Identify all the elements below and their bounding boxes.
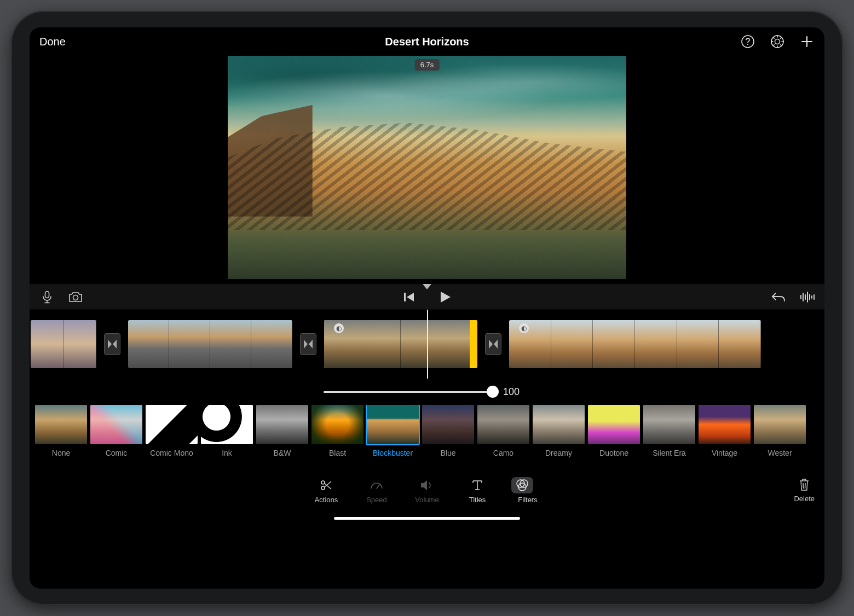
undo-icon[interactable] (771, 289, 786, 305)
svg-line-49 (805, 483, 806, 489)
filter-duotone[interactable]: Duotone (588, 405, 640, 457)
home-indicator[interactable] (334, 517, 520, 520)
clip-duration-badge: 6.7s (415, 59, 440, 71)
timeline-clip[interactable] (31, 320, 96, 368)
svg-line-48 (803, 483, 804, 489)
filter-label: Wester (754, 449, 806, 457)
filter-label: B&W (256, 449, 308, 457)
intensity-value: 100 (503, 386, 530, 398)
timeline-section: ◐ ◐ (30, 284, 824, 379)
title-t-icon (461, 477, 494, 493)
filter-bw[interactable]: B&W (256, 405, 308, 457)
filter-label: Comic Mono (146, 449, 198, 457)
playhead-line (427, 310, 428, 379)
tool-label: Titles (461, 496, 494, 504)
volume-tool: Volume (411, 477, 443, 504)
filter-label: Blue (422, 449, 474, 457)
svg-marker-19 (407, 293, 414, 301)
tool-label: Speed (360, 496, 393, 504)
filter-vintage[interactable]: Vintage (699, 405, 751, 457)
svg-marker-20 (441, 292, 451, 303)
svg-marker-29 (113, 340, 117, 348)
filter-label: Silent Era (643, 449, 695, 457)
filter-none[interactable]: None (35, 405, 87, 457)
filters-strip[interactable]: None Comic Comic Mono Ink B&W Blast (30, 405, 824, 474)
filter-blast[interactable]: Blast (311, 405, 363, 457)
scissors-icon (310, 477, 343, 493)
help-icon[interactable] (740, 34, 755, 49)
filter-label: Duotone (588, 449, 640, 457)
svg-marker-30 (304, 340, 308, 348)
actions-tool[interactable]: Actions (310, 477, 343, 504)
filter-intensity-row: 100 (30, 379, 824, 405)
svg-rect-18 (404, 293, 406, 301)
play-icon[interactable] (437, 289, 453, 305)
done-button[interactable]: Done (39, 36, 66, 48)
slider-thumb[interactable] (487, 386, 499, 398)
svg-line-11 (781, 37, 782, 38)
tool-label: Delete (794, 495, 815, 503)
svg-marker-32 (489, 340, 493, 348)
speedometer-icon (360, 477, 393, 493)
timeline-clip-selected[interactable]: ◐ (324, 320, 477, 368)
svg-line-8 (773, 37, 774, 38)
filter-label: Camo (477, 449, 529, 457)
transition-icon[interactable] (485, 333, 501, 355)
filter-label: Blast (311, 449, 363, 457)
bottom-toolbar: Actions Speed (30, 474, 824, 523)
timeline-clip[interactable] (128, 320, 292, 368)
titles-tool[interactable]: Titles (461, 477, 494, 504)
timeline[interactable]: ◐ ◐ (30, 310, 824, 379)
svg-marker-39 (421, 480, 427, 490)
skip-to-start-icon[interactable] (401, 289, 417, 305)
transport-row (30, 284, 824, 310)
ken-burns-icon: ◐ (334, 323, 344, 333)
filter-comic[interactable]: Comic (90, 405, 142, 457)
svg-line-38 (377, 485, 379, 489)
filter-label: Comic (90, 449, 142, 457)
filter-label: Vintage (699, 449, 751, 457)
svg-point-3 (775, 39, 780, 44)
transition-icon[interactable] (300, 333, 316, 355)
filter-label: Ink (201, 449, 253, 457)
filter-blockbuster[interactable]: Blockbuster (367, 405, 419, 457)
filter-blue[interactable]: Blue (422, 405, 474, 457)
waveform-icon[interactable] (799, 289, 815, 305)
timeline-clip[interactable]: ◐ (509, 320, 761, 368)
tablet-frame: Done Desert Horizons (11, 11, 843, 605)
filter-label: None (35, 449, 87, 457)
filters-tool[interactable]: Filters (511, 477, 544, 504)
filter-ink[interactable]: Ink (201, 405, 253, 457)
svg-point-1 (747, 44, 748, 45)
speed-tool: Speed (360, 477, 393, 504)
settings-gear-icon[interactable] (770, 34, 785, 49)
svg-line-9 (781, 45, 782, 46)
camera-icon[interactable] (68, 289, 83, 305)
playhead-caret-icon (423, 284, 431, 289)
tool-label: Actions (310, 496, 343, 504)
filter-camo[interactable]: Camo (477, 405, 529, 457)
filter-comic-mono[interactable]: Comic Mono (146, 405, 198, 457)
filter-label: Blockbuster (367, 449, 419, 457)
delete-button[interactable]: Delete (794, 476, 815, 503)
svg-marker-33 (494, 340, 498, 348)
video-preview[interactable]: 6.7s (228, 56, 626, 279)
microphone-icon[interactable] (39, 289, 55, 305)
project-title: Desert Horizons (298, 36, 556, 48)
preview-area: 6.7s (30, 56, 824, 284)
svg-rect-14 (45, 292, 49, 298)
filter-western[interactable]: Wester (754, 405, 806, 457)
intensity-slider[interactable] (324, 391, 493, 393)
speaker-icon (411, 477, 443, 493)
tool-label: Volume (411, 496, 443, 504)
svg-point-17 (73, 295, 78, 300)
filter-silent-era[interactable]: Silent Era (643, 405, 695, 457)
add-media-icon[interactable] (799, 34, 815, 49)
app-screen: Done Desert Horizons (30, 27, 824, 589)
svg-marker-28 (108, 340, 112, 348)
trash-icon (794, 476, 815, 493)
transition-icon[interactable] (104, 333, 120, 355)
ken-burns-icon: ◐ (519, 323, 529, 333)
filter-dreamy[interactable]: Dreamy (533, 405, 585, 457)
tool-label: Filters (511, 496, 544, 504)
